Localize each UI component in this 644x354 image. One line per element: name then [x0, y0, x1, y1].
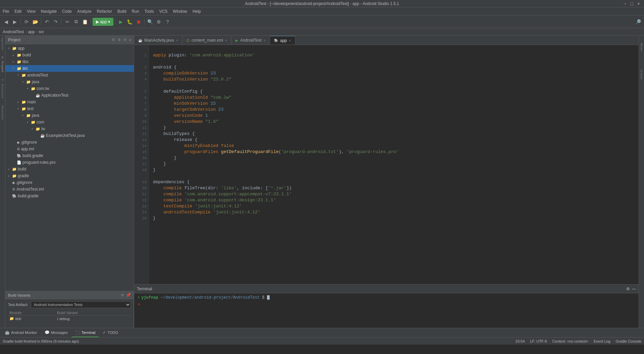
tree-item[interactable]: ◆.gitignore — [5, 139, 134, 146]
editor-tab-MainActivity-java[interactable]: ☕MainActivity.java× — [134, 36, 182, 45]
tab-close-button[interactable]: × — [176, 38, 178, 42]
menu-item-tools[interactable]: Tools — [142, 8, 157, 14]
terminal-body[interactable]: +yjwfnap ~/development/android-project/A… — [134, 293, 639, 328]
tab-close-button[interactable]: × — [225, 38, 227, 42]
sidebar-tab-captures[interactable]: Captures — [0, 37, 5, 50]
tree-item[interactable]: ▸📁gradle — [5, 172, 134, 179]
toolbar-forward-button[interactable]: ▶ — [11, 18, 19, 26]
run-config-button[interactable]: ▶ app ▾ — [93, 18, 113, 26]
tree-item[interactable]: ▾📁src — [5, 65, 134, 72]
code-editor[interactable]: 1234567891011121314151617181920212223242… — [134, 45, 639, 284]
bottom-tab-messages[interactable]: 💬Messages — [41, 328, 71, 337]
tree-item[interactable]: ▾📁androidTest — [5, 72, 134, 79]
tab-close-button[interactable]: × — [289, 39, 291, 43]
toolbar-sync-button[interactable]: ⟳ — [22, 18, 31, 26]
menu-item-file[interactable]: File — [0, 8, 12, 14]
sidebar-tab-favorites[interactable]: Favorites — [0, 106, 5, 119]
code-content[interactable]: apply plugin: 'com.android.application'a… — [149, 45, 639, 284]
minimize-button[interactable]: − — [622, 1, 628, 6]
tab-close-button[interactable]: × — [264, 38, 266, 42]
statusbar-gradle-console[interactable]: Gradle Console — [616, 339, 641, 343]
sidebar-tab-project[interactable]: 1: Project — [0, 58, 5, 71]
terminal-add-icon[interactable]: + — [138, 295, 140, 300]
toolbar-search-button[interactable]: 🔍 — [146, 18, 154, 26]
terminal-settings-icon[interactable]: ⚙ — [626, 287, 630, 291]
menu-item-run[interactable]: Run — [129, 8, 142, 14]
tree-item[interactable]: ▸📁build — [5, 166, 134, 172]
tree-item[interactable]: 📄proguard-rules.pro — [5, 159, 134, 166]
toolbar-settings-button[interactable]: ⚙ — [155, 18, 163, 26]
tree-item[interactable]: ▸📁main — [5, 99, 134, 105]
build-variants-pin-icon[interactable]: 📌 — [126, 293, 131, 297]
bottom-tab-android-monitor[interactable]: 🤖Android Monitor — [1, 328, 41, 337]
tree-item[interactable]: ▸📁libs — [5, 58, 134, 65]
menu-item-build[interactable]: Build — [115, 8, 129, 14]
terminal-minimize-icon[interactable]: — — [632, 287, 636, 291]
bottom-tab-todo[interactable]: ✓TODO — [99, 328, 121, 337]
toolbar-cut-button[interactable]: ✂ — [63, 18, 71, 26]
sidebar-tab-structure[interactable]: 2: Structure — [0, 82, 5, 95]
right-sidebar: Maven Gradle — [639, 36, 644, 328]
code-line: versionName "1.0" — [153, 119, 635, 125]
window-controls[interactable]: − □ × — [622, 1, 641, 6]
bv-table-row[interactable]: 📁 app ℹ debug — [8, 316, 131, 322]
toolbar-help-button[interactable]: ? — [164, 18, 172, 26]
project-header-icon-expand[interactable]: ⊕ — [118, 38, 121, 42]
menu-item-refactor[interactable]: Refactor — [94, 8, 115, 14]
project-header-icon-settings[interactable]: ⚙ — [112, 38, 115, 42]
tree-item[interactable]: ◆.gitignore — [5, 179, 134, 186]
menu-item-analyze[interactable]: Analyze — [74, 8, 94, 14]
toolbar-stop-button[interactable]: ⏹ — [135, 18, 143, 26]
close-button[interactable]: × — [636, 1, 641, 6]
toolbar-debug-button[interactable]: 🐛 — [126, 18, 134, 26]
menu-item-code[interactable]: Code — [59, 8, 74, 14]
editor-tab-app[interactable]: 🐘app× — [270, 36, 295, 45]
project-header-icon-gear[interactable]: ≡ — [129, 38, 131, 42]
right-sidebar-tab-maven[interactable]: Maven — [639, 37, 644, 57]
menu-item-window[interactable]: Window — [170, 8, 190, 14]
tree-item[interactable]: ▾📁java — [5, 79, 134, 85]
breadcrumb-androidtest[interactable]: AndroidTest — [3, 30, 24, 34]
right-sidebar-tab-gradle[interactable]: Gradle — [639, 64, 644, 85]
test-artifact-dropdown[interactable]: Android Instrumentation Tests — [31, 301, 131, 308]
menu-item-edit[interactable]: Edit — [12, 8, 24, 14]
line-numbers: 1234567891011121314151617181920212223242… — [134, 45, 149, 284]
toolbar-open-button[interactable]: 📂 — [31, 18, 39, 26]
bottom-tab-terminal[interactable]: ⬛Terminal — [72, 328, 99, 337]
menu-item-navigate[interactable]: Navigate — [38, 8, 59, 14]
tree-item[interactable]: ▾📁com.lw — [5, 85, 134, 92]
toolbar-redo-button[interactable]: ↷ — [52, 18, 60, 26]
toolbar-paste-button[interactable]: 📋 — [81, 18, 89, 26]
project-header-icon-collapse[interactable]: ⊖ — [123, 38, 126, 42]
editor-tab-content_main-xml[interactable]: ⬡content_main.xml× — [182, 36, 231, 45]
code-line: buildToolsVersion "23.0.2" — [153, 77, 635, 83]
toolbar-undo-button[interactable]: ↶ — [43, 18, 51, 26]
terminal-error-close-icon[interactable]: ✕ — [138, 302, 140, 307]
tree-item[interactable]: ▸📁build — [5, 52, 134, 58]
menu-item-help[interactable]: Help — [190, 8, 204, 14]
toolbar-copy-button[interactable]: ⧉ — [72, 18, 80, 26]
tree-item[interactable]: ☕ApplicationTest — [5, 92, 134, 99]
toolbar-run-button[interactable]: ▶ — [117, 18, 125, 26]
tree-item[interactable]: ⚙app.iml — [5, 146, 134, 152]
maximize-button[interactable]: □ — [629, 1, 634, 6]
tree-label: com.lw — [37, 86, 49, 91]
breadcrumb-app[interactable]: app — [28, 30, 35, 34]
tree-item[interactable]: ▾📁lw — [5, 125, 134, 132]
tree-item[interactable]: 🐘build.gradle — [5, 193, 134, 199]
menu-item-view[interactable]: View — [24, 8, 38, 14]
tree-item[interactable]: ▾📁app — [5, 45, 134, 52]
tree-item[interactable]: ☕ExampleUnitTest.java — [5, 132, 134, 139]
tree-item[interactable]: ⚙AndroidTest.iml — [5, 186, 134, 193]
breadcrumb-src[interactable]: src — [39, 30, 44, 34]
toolbar-back-button[interactable]: ◀ — [2, 18, 10, 26]
statusbar-event-log[interactable]: Event Log — [594, 339, 610, 343]
tree-item[interactable]: 🐘build.gradle — [5, 152, 134, 159]
tree-item[interactable]: ▾📁java — [5, 112, 134, 119]
tree-item[interactable]: ▾📁com — [5, 119, 134, 125]
menu-item-vcs[interactable]: VCS — [157, 8, 170, 14]
toolbar-find-button[interactable]: 🔎 — [634, 18, 642, 26]
editor-tab-AndroidTest[interactable]: ▶AndroidTest× — [231, 36, 270, 45]
tree-item[interactable]: ▾📁test — [5, 105, 134, 112]
build-variants-settings-icon[interactable]: ⚙ — [121, 293, 124, 297]
